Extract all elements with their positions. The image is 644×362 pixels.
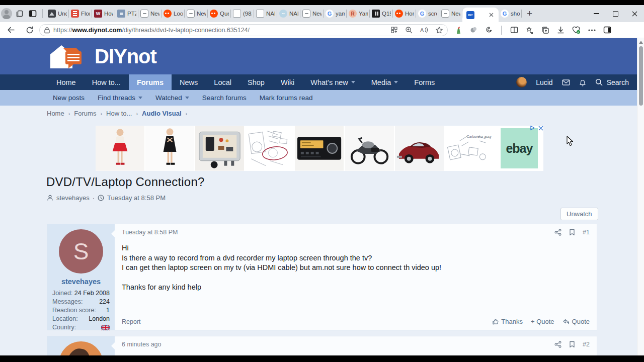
subnav-watched[interactable]: Watched: [149, 94, 196, 102]
ad-close-icon[interactable]: [538, 126, 543, 131]
thanks-button[interactable]: Thanks: [492, 318, 523, 325]
tab-close-icon[interactable]: [488, 12, 495, 19]
ad-image-ebay-logo[interactable]: ebay: [495, 126, 543, 171]
alerts-bell-icon[interactable]: [579, 78, 586, 86]
extension-gray-icon[interactable]: [470, 26, 477, 34]
ad-image-appliance-diagram[interactable]: [245, 126, 294, 171]
favorites-bar-icon[interactable]: [526, 26, 534, 34]
browser-tab[interactable]: NAD: [277, 5, 300, 22]
share-icon[interactable]: [554, 229, 561, 236]
sidebar-toggle-icon[interactable]: [26, 7, 39, 20]
breadcrumb-how-to[interactable]: How to...: [106, 110, 132, 117]
breadcrumb-forums[interactable]: Forums: [74, 110, 96, 117]
thread-starter[interactable]: stevehayes: [56, 194, 90, 202]
nav-item-forums[interactable]: Forums: [129, 74, 172, 90]
ad-image-motorcycle[interactable]: [345, 126, 394, 171]
account-avatar[interactable]: [516, 77, 527, 87]
breadcrumb-home[interactable]: Home: [47, 110, 64, 117]
browser-tab[interactable]: Look: [162, 5, 185, 22]
share-icon[interactable]: [554, 341, 561, 348]
unwatch-button[interactable]: Unwatch: [560, 208, 598, 220]
bookmark-icon[interactable]: [569, 229, 575, 236]
browser-tab[interactable]: scree: [416, 5, 439, 22]
quote-button[interactable]: Quote: [562, 318, 590, 325]
browser-essentials-icon[interactable]: [572, 26, 581, 34]
browser-tab[interactable]: Und: [46, 5, 69, 22]
browser-tab[interactable]: shot: [499, 5, 522, 22]
extensions-menu-icon[interactable]: [485, 26, 493, 34]
browser-tab[interactable]: How: [92, 5, 115, 22]
scrollbar-thumb[interactable]: [639, 46, 643, 106]
subnav-mark-forums-read[interactable]: Mark forums read: [253, 94, 319, 102]
post-1-username[interactable]: stevehayes: [47, 278, 115, 286]
new-tab-button[interactable]: +: [522, 8, 537, 19]
nav-item-forms[interactable]: Forms: [406, 74, 443, 90]
downloads-icon[interactable]: [557, 26, 565, 34]
nav-item-home[interactable]: Home: [48, 74, 84, 90]
workspaces-icon[interactable]: [13, 7, 26, 20]
post-timestamp[interactable]: 6 minutes ago: [122, 341, 162, 348]
maximize-button[interactable]: [606, 5, 625, 22]
subnav-search-forums[interactable]: Search forums: [196, 94, 253, 102]
breadcrumb-audio-visual[interactable]: Audio Visual: [142, 110, 182, 117]
ad-image-radio-receiver[interactable]: [295, 126, 344, 171]
browser-tab[interactable]: (98.0: [231, 5, 254, 22]
browser-tab[interactable]: yama: [324, 5, 347, 22]
favorite-star-icon[interactable]: [435, 26, 443, 34]
browser-tab[interactable]: Q15(: [370, 5, 393, 22]
subnav-find-threads[interactable]: Find threads: [91, 94, 149, 102]
browser-tab[interactable]: New: [300, 5, 324, 22]
browser-tab[interactable]: Hom: [393, 5, 416, 22]
post-timestamp[interactable]: Tuesday at 8:58 PM: [122, 229, 178, 236]
subnav-new-posts[interactable]: New posts: [46, 94, 91, 102]
browser-tab[interactable]: New: [439, 5, 462, 22]
post-2-avatar[interactable]: [59, 341, 103, 355]
browser-tab[interactable]: PTZ: [115, 5, 138, 22]
post-number[interactable]: #1: [583, 229, 590, 236]
browser-tab[interactable]: Flora: [69, 5, 92, 22]
browser-tab[interactable]: Ques: [208, 5, 231, 22]
report-link[interactable]: Report: [122, 318, 141, 325]
refresh-button[interactable]: [22, 24, 37, 37]
inbox-mail-icon[interactable]: [562, 79, 570, 85]
copilot-panel-icon[interactable]: [603, 26, 611, 34]
plus-quote-button[interactable]: + Quote: [531, 318, 554, 325]
page-scrollbar[interactable]: [637, 38, 644, 355]
adchoices-icon[interactable]: [530, 125, 535, 131]
collections-icon[interactable]: [541, 26, 549, 34]
nav-item-news[interactable]: News: [172, 74, 206, 90]
browser-tab-active-diynot[interactable]: DIY: [462, 8, 499, 22]
close-button[interactable]: [625, 5, 644, 22]
minimize-button[interactable]: [587, 5, 606, 22]
thread-start-date[interactable]: Tuesday at 8:58 PM: [107, 194, 166, 202]
zoom-icon[interactable]: [405, 26, 413, 34]
back-button[interactable]: [3, 24, 18, 37]
browser-tab[interactable]: Yama: [347, 5, 370, 22]
browser-tab[interactable]: New: [138, 5, 162, 22]
diynot-logo[interactable]: DIYnot: [48, 43, 156, 69]
nav-item-media[interactable]: Media: [363, 74, 407, 90]
post-1-avatar[interactable]: S: [59, 229, 103, 274]
scrollbar-up-arrow[interactable]: [639, 41, 643, 44]
browser-profile-button[interactable]: [0, 7, 13, 20]
read-aloud-icon[interactable]: A: [420, 26, 428, 34]
extension-leek-icon[interactable]: [455, 26, 462, 34]
address-bar[interactable]: https://www.diynot.com/diy/threads/dvd-t…: [39, 24, 448, 36]
split-screen-icon[interactable]: [510, 26, 518, 34]
nav-item-how-to[interactable]: How to...: [84, 74, 129, 90]
ad-image-electronics-kit[interactable]: [195, 126, 244, 171]
apps-grid-icon[interactable]: [390, 26, 398, 34]
bookmark-icon[interactable]: [569, 341, 575, 348]
post-number[interactable]: #2: [583, 341, 590, 348]
ad-image-red-dress-model[interactable]: [96, 126, 144, 171]
nav-item-local[interactable]: Local: [206, 74, 239, 90]
account-name[interactable]: Lucid: [536, 78, 552, 86]
settings-more-icon[interactable]: [588, 29, 596, 31]
nav-item-shop[interactable]: Shop: [239, 74, 273, 90]
ad-image-black-dress-model[interactable]: [145, 126, 194, 171]
ad-image-carburetor-diagram[interactable]: Carburetor assy: [445, 126, 494, 171]
browser-tab[interactable]: NAD: [254, 5, 277, 22]
ad-image-classic-car[interactable]: [395, 126, 444, 171]
browser-tab[interactable]: New: [185, 5, 208, 22]
nav-item-whats-new[interactable]: What's new: [302, 74, 363, 90]
